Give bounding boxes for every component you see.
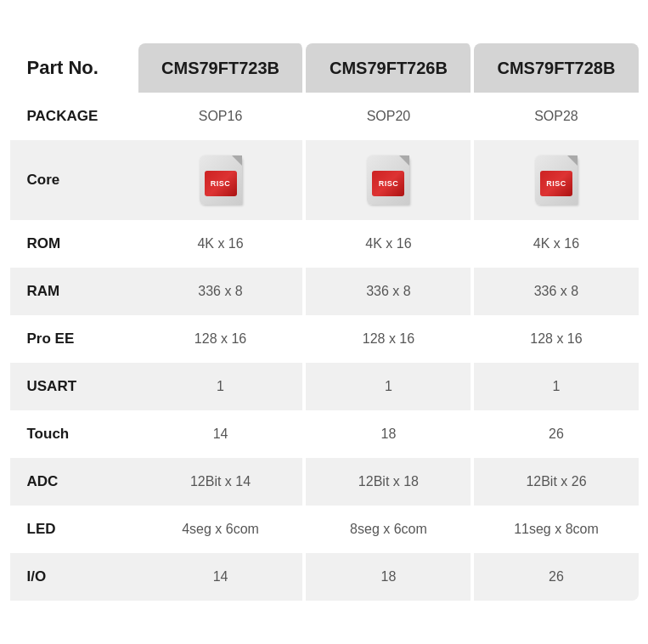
value-io-2: 26 [474, 553, 638, 601]
label-io: I/O [10, 553, 138, 601]
part-col-3-header: CMS79FT728B [474, 43, 638, 93]
value-io-0: 14 [138, 553, 307, 601]
risc-icon: RISC [367, 155, 409, 205]
label-core: Core [10, 140, 138, 220]
value-usart-0: 1 [138, 363, 307, 410]
value-core-0: RISC [138, 140, 307, 220]
label-touch: Touch [10, 410, 138, 458]
label-rom: ROM [10, 220, 138, 268]
value-ram-2: 336 x 8 [474, 268, 638, 315]
value-touch-1: 18 [306, 410, 474, 458]
table-row-ram: RAM336 x 8336 x 8336 x 8 [10, 268, 639, 315]
table-row-pro-ee: Pro EE128 x 16128 x 16128 x 16 [10, 315, 639, 363]
value-ram-1: 336 x 8 [306, 268, 474, 315]
value-led-2: 11seg x 8com [474, 506, 638, 553]
label-ram: RAM [10, 268, 138, 315]
value-led-1: 8seg x 6com [306, 506, 474, 553]
comparison-table: Part No. CMS79FT723B CMS79FT726B CMS79FT… [10, 43, 639, 601]
value-touch-2: 26 [474, 410, 638, 458]
value-adc-0: 12Bit x 14 [138, 458, 307, 506]
label-package: PACKAGE [10, 93, 138, 140]
table-row-adc: ADC12Bit x 1412Bit x 1812Bit x 26 [10, 458, 639, 506]
risc-icon: RISC [535, 155, 578, 205]
table-row-core: CoreRISCRISCRISC [10, 140, 639, 220]
value-pro-ee-0: 128 x 16 [138, 315, 307, 363]
value-led-0: 4seg x 6com [138, 506, 307, 553]
value-rom-1: 4K x 16 [306, 220, 474, 268]
value-rom-0: 4K x 16 [138, 220, 307, 268]
risc-icon: RISC [200, 155, 242, 205]
part-col-2-header: CMS79FT726B [306, 43, 474, 93]
value-package-2: SOP28 [474, 93, 638, 140]
value-usart-2: 1 [474, 363, 638, 410]
table-row-usart: USART111 [10, 363, 639, 410]
value-io-1: 18 [306, 553, 474, 601]
value-pro-ee-1: 128 x 16 [306, 315, 474, 363]
label-led: LED [10, 506, 138, 553]
part-no-header: Part No. [10, 43, 138, 93]
value-touch-0: 14 [138, 410, 307, 458]
value-package-1: SOP20 [306, 93, 474, 140]
table-row-io: I/O141826 [10, 553, 639, 601]
table-row-rom: ROM4K x 164K x 164K x 16 [10, 220, 639, 268]
value-adc-2: 12Bit x 26 [474, 458, 638, 506]
value-core-2: RISC [474, 140, 638, 220]
label-usart: USART [10, 363, 138, 410]
value-pro-ee-2: 128 x 16 [474, 315, 638, 363]
value-usart-1: 1 [306, 363, 474, 410]
table-row-led: LED4seg x 6com8seg x 6com11seg x 8com [10, 506, 639, 553]
part-col-1-header: CMS79FT723B [138, 43, 307, 93]
label-pro-ee: Pro EE [10, 315, 138, 363]
value-core-1: RISC [306, 140, 474, 220]
value-ram-0: 336 x 8 [138, 268, 307, 315]
label-adc: ADC [10, 458, 138, 506]
table-header-row: Part No. CMS79FT723B CMS79FT726B CMS79FT… [10, 43, 639, 93]
value-package-0: SOP16 [138, 93, 307, 140]
value-rom-2: 4K x 16 [474, 220, 638, 268]
table-row-package: PACKAGESOP16SOP20SOP28 [10, 93, 639, 140]
table-row-touch: Touch141826 [10, 410, 639, 458]
value-adc-1: 12Bit x 18 [306, 458, 474, 506]
